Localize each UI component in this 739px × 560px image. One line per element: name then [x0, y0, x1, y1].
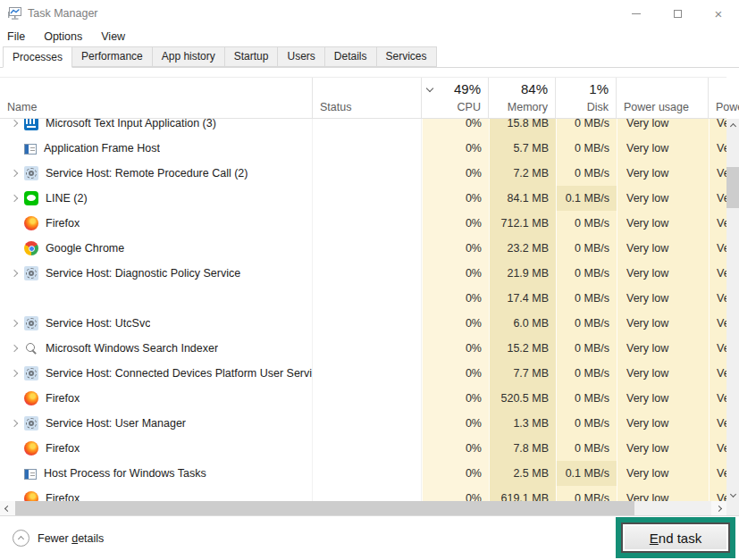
- expand-chevron-icon[interactable]: [11, 320, 18, 327]
- process-name: Host Process for Windows Tasks: [44, 467, 206, 480]
- table-row[interactable]: Service Host: Remote Procedure Call (2) …: [0, 161, 726, 186]
- table-row[interactable]: Service Host: UtcSvc 0% 6.0 MB 0 MB/s Ve…: [0, 311, 726, 336]
- tab-details[interactable]: Details: [324, 46, 377, 67]
- horizontal-scrollbar-thumb[interactable]: [15, 501, 634, 515]
- table-row[interactable]: Firefox 0% 7.8 MB 0 MB/s Very low Ve: [0, 436, 726, 461]
- memory-total-percent: 84%: [521, 81, 548, 96]
- column-header-status[interactable]: Status: [313, 78, 422, 118]
- end-task-button[interactable]: End task: [621, 522, 730, 553]
- vertical-scrollbar-thumb[interactable]: [726, 167, 739, 208]
- column-header-disk[interactable]: 1% Disk: [556, 78, 617, 118]
- process-name-cell: Service Host: UtcSvc: [0, 311, 313, 336]
- process-list: Microsoft Text Input Application (3) 0% …: [0, 119, 726, 501]
- minimize-button[interactable]: [616, 0, 657, 27]
- scroll-right-button[interactable]: [711, 501, 726, 515]
- column-header-cpu[interactable]: 49% CPU: [422, 78, 489, 118]
- keyboard-icon: [24, 119, 38, 130]
- vertical-scrollbar[interactable]: [726, 119, 739, 501]
- minimize-icon: [632, 13, 641, 14]
- table-row[interactable]: Service Host: Diagnostic Policy Service …: [0, 261, 726, 286]
- disk-cell: 0 MB/s: [556, 119, 617, 136]
- task-manager-icon: [7, 6, 22, 21]
- column-header-memory[interactable]: 84% Memory: [489, 78, 556, 118]
- tab-app-history[interactable]: App history: [152, 46, 225, 67]
- power-usage-cell: Very low: [617, 211, 709, 236]
- status-cell: [313, 236, 422, 261]
- column-header-power-usage[interactable]: Power usage: [617, 78, 709, 118]
- horizontal-scrollbar[interactable]: [0, 501, 726, 515]
- cpu-header-label: CPU: [458, 101, 481, 113]
- power-usage-cell: Very low: [617, 411, 709, 436]
- power-trend-cell: Ve: [709, 161, 726, 186]
- table-row[interactable]: Microsoft Windows Search Indexer 0% 15.2…: [0, 336, 726, 361]
- table-row[interactable]: Service Host: User Manager 0% 1.3 MB 0 M…: [0, 411, 726, 436]
- memory-cell: 7.7 MB: [489, 361, 556, 386]
- cpu-cell: 0%: [422, 361, 489, 386]
- memory-cell: 7.2 MB: [489, 161, 556, 186]
- table-row[interactable]: Firefox 0% 712.1 MB 0 MB/s Very low Ve: [0, 211, 726, 236]
- table-row[interactable]: Host Process for Windows Tasks 0% 2.5 MB…: [0, 461, 726, 486]
- horizontal-scrollbar-track[interactable]: [634, 501, 711, 515]
- cpu-cell: 0%: [422, 261, 489, 286]
- cpu-cell: 0%: [422, 136, 489, 161]
- status-cell: [313, 186, 422, 211]
- disk-cell: 0 MB/s: [556, 386, 617, 411]
- table-row[interactable]: Google Chrome 0% 23.2 MB 0 MB/s Very low…: [0, 236, 726, 261]
- tab-bar: Processes Performance App history Startu…: [0, 47, 739, 68]
- tab-startup[interactable]: Startup: [224, 46, 279, 67]
- expand-chevron-icon[interactable]: [11, 120, 18, 127]
- process-name: Service Host: Diagnostic Policy Service: [46, 267, 240, 280]
- disk-cell: 0 MB/s: [556, 136, 617, 161]
- disk-cell: 0 MB/s: [556, 261, 617, 286]
- process-name: Service Host: UtcSvc: [46, 317, 150, 330]
- menu-view[interactable]: View: [101, 30, 125, 43]
- scroll-left-button[interactable]: [0, 501, 15, 515]
- power-trend-cell: Ve: [709, 336, 726, 361]
- table-row[interactable]: Firefox 0% 520.5 MB 0 MB/s Very low Ve: [0, 386, 726, 411]
- line-icon: [24, 191, 38, 205]
- table-row[interactable]: Microsoft Text Input Application (3) 0% …: [0, 119, 726, 136]
- menu-file[interactable]: File: [7, 30, 25, 43]
- disk-cell: 0 MB/s: [556, 411, 617, 436]
- expand-chevron-icon[interactable]: [11, 370, 18, 377]
- close-button[interactable]: ×: [698, 0, 739, 27]
- power-trend-header-label: Powe: [716, 101, 739, 113]
- table-row[interactable]: Firefox 0% 619.1 MB 0 MB/s Very low Ve: [0, 486, 726, 501]
- expand-chevron-icon[interactable]: [11, 270, 18, 277]
- power-trend-cell: Ve: [709, 236, 726, 261]
- power-trend-cell: Ve: [709, 311, 726, 336]
- tab-services[interactable]: Services: [376, 46, 437, 67]
- expand-chevron-icon[interactable]: [11, 420, 18, 427]
- process-name: Service Host: User Manager: [46, 417, 186, 430]
- expand-chevron-icon[interactable]: [11, 170, 18, 177]
- cpu-cell: 0%: [422, 411, 489, 436]
- tab-users[interactable]: Users: [277, 46, 324, 67]
- table-row[interactable]: Application Frame Host 0% 5.7 MB 0 MB/s …: [0, 136, 726, 161]
- scroll-down-button[interactable]: [726, 487, 739, 501]
- status-cell: [313, 411, 422, 436]
- maximize-button[interactable]: [657, 0, 698, 27]
- column-header-name[interactable]: Name: [0, 78, 313, 118]
- tab-performance[interactable]: Performance: [71, 46, 153, 67]
- menu-options[interactable]: Options: [44, 30, 82, 43]
- expand-chevron-icon[interactable]: [11, 345, 18, 352]
- power-trend-cell: Ve: [709, 461, 726, 486]
- fewer-details-button[interactable]: Fewer details: [13, 530, 104, 547]
- column-header-power-usage-trend[interactable]: Powe: [709, 78, 726, 118]
- table-row[interactable]: 0% 17.4 MB 0 MB/s Very low Ve: [0, 286, 726, 311]
- collapse-circle-icon: [13, 530, 29, 547]
- disk-cell: 0.1 MB/s: [556, 461, 617, 486]
- process-name-cell: Host Process for Windows Tasks: [0, 461, 313, 486]
- process-name-cell: Firefox: [0, 486, 313, 501]
- process-name-cell: LINE (2): [0, 186, 313, 211]
- process-name-cell: Microsoft Windows Search Indexer: [0, 336, 313, 361]
- scroll-up-button[interactable]: [726, 119, 739, 133]
- table-row[interactable]: Service Host: Connected Devices Platform…: [0, 361, 726, 386]
- power-trend-cell: Ve: [709, 386, 726, 411]
- gear-icon: [24, 416, 38, 430]
- power-usage-cell: Very low: [617, 336, 709, 361]
- table-row[interactable]: LINE (2) 0% 84.1 MB 0.1 MB/s Very low Ve: [0, 186, 726, 211]
- expand-chevron-icon[interactable]: [11, 195, 18, 202]
- tab-processes[interactable]: Processes: [3, 46, 72, 68]
- process-name-cell: Service Host: Diagnostic Policy Service: [0, 261, 313, 286]
